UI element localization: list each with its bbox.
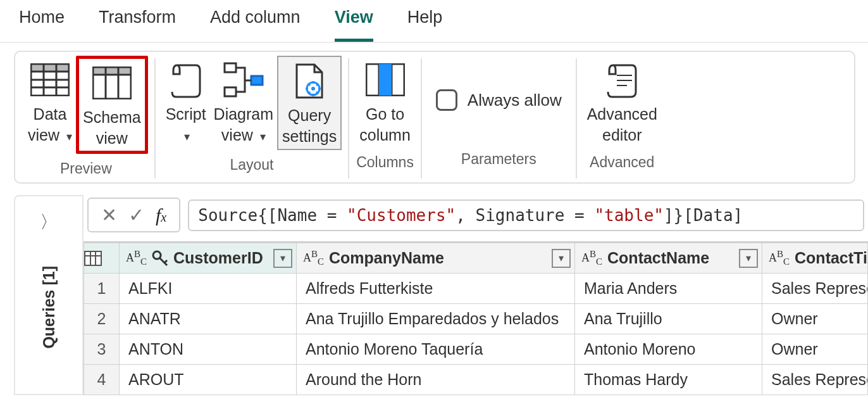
column-header-customerid[interactable]: ABC CustomerID ▾ (120, 243, 297, 274)
chevron-down-icon: ▾ (66, 130, 72, 143)
filter-dropdown-icon[interactable]: ▾ (739, 249, 758, 268)
group-label-layout: Layout (230, 156, 273, 177)
formula-controls: ✕ ✓ fx (87, 198, 180, 232)
svg-rect-7 (93, 67, 131, 75)
tab-help[interactable]: Help (407, 8, 443, 42)
cell-contactname[interactable]: Maria Anders (575, 274, 762, 304)
cell-contactname[interactable]: Ana Trujillo (575, 304, 762, 334)
abc-type-icon: ABC (126, 249, 147, 267)
data-grid: ABC CustomerID ▾ ABC Compan (84, 241, 868, 395)
abc-type-icon: ABC (303, 249, 324, 267)
cell-companyname[interactable]: Antonio Moreno Taquería (297, 334, 575, 365)
cell-contacttitle[interactable]: Sales Represent (762, 274, 868, 304)
table-icon (84, 251, 119, 266)
cell-companyname[interactable]: Around the Horn (297, 365, 575, 395)
ribbon-group-preview: Dataview ▾ Schemaview Preview (18, 56, 154, 181)
select-all-cell[interactable] (84, 243, 120, 274)
tab-add-column[interactable]: Add column (210, 8, 301, 42)
always-allow-label: Always allow (468, 91, 562, 110)
data-view-button[interactable]: Dataview ▾ (24, 56, 76, 148)
group-label-advanced: Advanced (590, 154, 654, 175)
ribbon-group-layout: Script▾ Diagramview ▾ Querysettings Layo… (156, 56, 349, 181)
abc-type-icon: ABC (581, 249, 602, 267)
row-number: 3 (84, 334, 120, 365)
svg-rect-1 (31, 64, 69, 72)
table-grid-icon (30, 58, 70, 101)
group-label-parameters: Parameters (461, 151, 536, 172)
go-to-column-button[interactable]: Go tocolumn (356, 56, 414, 148)
cell-contacttitle[interactable]: Owner (762, 334, 868, 365)
cell-customerid[interactable]: ALFKI (120, 274, 297, 304)
schema-view-button[interactable]: Schemaview (76, 56, 148, 154)
ribbon-group-advanced: Advancededitor Advanced (577, 56, 667, 181)
svg-rect-11 (225, 87, 236, 96)
query-settings-label: Querysettings (282, 105, 337, 146)
column-name: CompanyName (329, 249, 547, 267)
work-area: 〉 Queries [1] ✕ ✓ fx Source{[Name = "Cus… (0, 195, 868, 395)
tab-transform[interactable]: Transform (99, 8, 176, 42)
svg-rect-10 (225, 63, 236, 72)
table-columns-icon (92, 61, 132, 104)
cell-customerid[interactable]: ANTON (120, 334, 297, 365)
formula-text-2: , Signature = (456, 206, 594, 225)
table-row[interactable]: 1 ALFKI Alfreds Futterkiste Maria Anders… (84, 274, 868, 304)
filter-dropdown-icon[interactable]: ▾ (273, 249, 292, 268)
page-gear-icon (293, 60, 326, 103)
always-allow-checkbox[interactable] (436, 89, 457, 111)
goto-column-icon (366, 58, 405, 101)
row-number: 2 (84, 304, 120, 334)
formula-str-1: "Customers" (347, 206, 456, 225)
results-table: ABC CustomerID ▾ ABC Compan (84, 243, 868, 395)
query-settings-button[interactable]: Querysettings (277, 56, 342, 150)
column-header-companyname[interactable]: ABC CompanyName ▾ (297, 243, 575, 274)
schema-view-label: Schemaview (83, 107, 141, 148)
cell-contacttitle[interactable]: Sales Represent (762, 365, 868, 395)
cell-contactname[interactable]: Antonio Moreno (575, 334, 762, 365)
main-panel: ✕ ✓ fx Source{[Name = "Customers", Signa… (84, 195, 868, 395)
accept-formula-icon[interactable]: ✓ (128, 204, 144, 226)
table-row[interactable]: 3 ANTON Antonio Moreno Taquería Antonio … (84, 334, 868, 365)
queries-label: Queries [1] (40, 266, 58, 349)
ribbon: Dataview ▾ Schemaview Preview Sc (14, 51, 855, 184)
queries-rail: 〉 Queries [1] (14, 195, 84, 395)
svg-rect-18 (379, 64, 392, 96)
cell-customerid[interactable]: ANATR (120, 304, 297, 334)
cell-companyname[interactable]: Alfreds Futterkiste (297, 274, 575, 304)
formula-text-1: Source{[Name = (198, 206, 347, 225)
formula-input[interactable]: Source{[Name = "Customers", Signature = … (188, 199, 864, 231)
table-row[interactable]: 2 ANATR Ana Trujillo Emparedados y helad… (84, 304, 868, 334)
fx-icon[interactable]: fx (156, 205, 166, 226)
expand-queries-button[interactable]: 〉 (40, 210, 58, 234)
advanced-editor-button[interactable]: Advancededitor (583, 56, 661, 148)
key-icon (152, 250, 168, 267)
script-button[interactable]: Script▾ (162, 56, 210, 148)
tab-view[interactable]: View (335, 8, 373, 42)
cell-contactname[interactable]: Thomas Hardy (575, 365, 762, 395)
chevron-down-icon: ▾ (184, 130, 190, 143)
diagram-view-button[interactable]: Diagramview ▾ (210, 56, 277, 148)
script-scroll-icon (168, 58, 204, 101)
svg-line-28 (164, 260, 167, 263)
formula-text-3: ]}[Data] (664, 206, 743, 225)
column-header-contacttitle[interactable]: ABC ContactTitl (762, 243, 868, 274)
column-name: ContactTitl (795, 249, 867, 267)
row-number: 4 (84, 365, 120, 395)
chevron-down-icon: ▾ (260, 130, 266, 143)
ribbon-container: Dataview ▾ Schemaview Preview Sc (0, 43, 868, 184)
filter-dropdown-icon[interactable]: ▾ (552, 249, 571, 268)
row-number: 1 (84, 274, 120, 304)
ribbon-group-columns: Go tocolumn Columns (349, 56, 421, 181)
cell-customerid[interactable]: AROUT (120, 365, 297, 395)
svg-rect-12 (251, 76, 263, 85)
tab-home[interactable]: Home (19, 8, 65, 42)
cell-companyname[interactable]: Ana Trujillo Emparedados y helados (297, 304, 575, 334)
cell-contacttitle[interactable]: Owner (762, 304, 868, 334)
column-name: ContactName (607, 249, 734, 267)
cancel-formula-icon[interactable]: ✕ (101, 204, 117, 226)
table-row[interactable]: 4 AROUT Around the Horn Thomas Hardy Sal… (84, 365, 868, 395)
column-header-contactname[interactable]: ABC ContactName ▾ (575, 243, 762, 274)
header-row: ABC CustomerID ▾ ABC Compan (84, 243, 868, 274)
go-to-column-label: Go tocolumn (359, 104, 411, 145)
column-name: CustomerID (173, 249, 268, 267)
svg-rect-22 (85, 251, 101, 265)
